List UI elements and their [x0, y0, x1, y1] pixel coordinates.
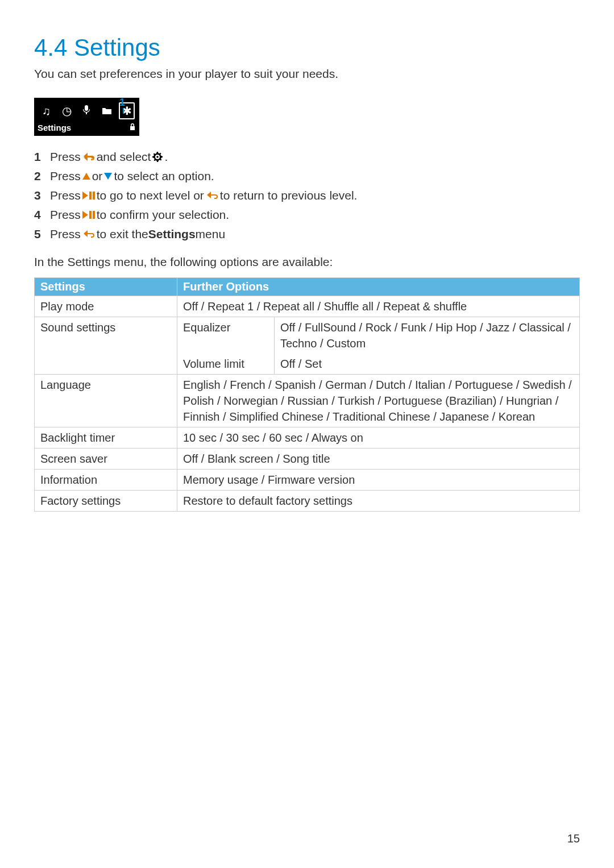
music-note-icon: ♫ — [39, 105, 55, 118]
play-pause-icon — [82, 211, 95, 219]
step-2: Press or to select an option. — [34, 169, 580, 183]
table-row: Language English / French / Spanish / Ge… — [35, 375, 580, 427]
intro-text: You can set preferences in your player t… — [34, 67, 580, 81]
table-intro: In the Settings menu, the following opti… — [34, 255, 580, 269]
back-icon — [82, 229, 95, 239]
callout-line — [123, 108, 124, 114]
microphone-icon — [78, 105, 94, 118]
callout-number: 1 — [119, 97, 125, 109]
section-heading: 4.4 Settings — [34, 34, 580, 61]
step-3: Press to go to next level or to return t… — [34, 189, 580, 202]
page-number: 15 — [567, 832, 580, 845]
lock-icon — [129, 123, 136, 132]
col-further-options: Further Options — [177, 278, 580, 296]
settings-table: Settings Further Options Play mode Off /… — [34, 277, 580, 512]
step-4: Press to confirm your selection. — [34, 208, 580, 222]
screen-label: Settings — [38, 123, 71, 132]
back-icon — [206, 190, 218, 201]
step-5: Press to exit the Settings menu — [34, 227, 580, 241]
table-row: Factory settings Restore to default fact… — [35, 491, 580, 512]
play-pause-icon — [82, 192, 95, 200]
clock-icon: ◷ — [59, 104, 74, 118]
table-row: Screen saver Off / Blank screen / Song t… — [35, 448, 580, 470]
table-row: Information Memory usage / Firmware vers… — [35, 470, 580, 491]
table-row: Play mode Off / Repeat 1 / Repeat all / … — [35, 296, 580, 317]
step-1: Press and select . — [34, 150, 580, 164]
table-row: Backlight timer 10 sec / 30 sec / 60 sec… — [35, 427, 580, 448]
back-icon — [82, 152, 95, 162]
gear-icon — [152, 152, 163, 162]
steps-list: Press and select . Press or to select an… — [34, 150, 580, 241]
up-arrow-icon — [82, 173, 90, 180]
table-row: Sound settings Equalizer Off / FullSound… — [35, 317, 580, 354]
folder-icon — [99, 105, 115, 118]
device-screenshot: 1 ♫ ◷ ✱ Settings — [34, 98, 142, 136]
down-arrow-icon — [104, 173, 112, 180]
col-settings: Settings — [35, 278, 177, 296]
